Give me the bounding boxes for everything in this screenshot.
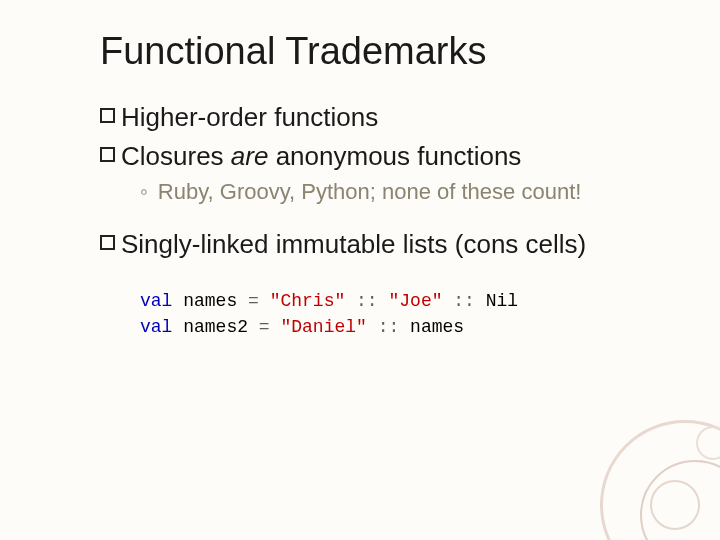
op-cons: :: bbox=[443, 291, 486, 311]
op-eq: = bbox=[248, 317, 280, 337]
op-eq: = bbox=[237, 291, 269, 311]
bullet-2: Closures are anonymous functions bbox=[100, 140, 670, 173]
op-cons: :: bbox=[345, 291, 388, 311]
str-joe: "Joe" bbox=[388, 291, 442, 311]
bullet-3: Singly-linked immutable lists (cons cell… bbox=[100, 228, 670, 261]
ident-names2: names2 bbox=[183, 317, 248, 337]
bullet-2-pre: Closures bbox=[121, 141, 231, 171]
square-bullet-icon bbox=[100, 108, 115, 123]
ring-bullet-icon: ◦ bbox=[140, 178, 148, 206]
ident-nil: Nil bbox=[486, 291, 518, 311]
sub-bullet-1: ◦ Ruby, Groovy, Python; none of these co… bbox=[140, 178, 670, 206]
kw-val: val bbox=[140, 291, 172, 311]
bullet-2-text: Closures are anonymous functions bbox=[121, 140, 521, 173]
str-chris: "Chris" bbox=[270, 291, 346, 311]
slide: Functional Trademarks Higher-order funct… bbox=[0, 0, 720, 370]
code-block: val names = "Chris" :: "Joe" :: Nil val … bbox=[140, 288, 670, 340]
kw-val: val bbox=[140, 317, 172, 337]
bullet-2-post: anonymous functions bbox=[268, 141, 521, 171]
code-line-1: val names = "Chris" :: "Joe" :: Nil bbox=[140, 288, 670, 314]
bullet-2-em: are bbox=[231, 141, 269, 171]
str-daniel: "Daniel" bbox=[280, 317, 366, 337]
bullet-3-text: Singly-linked immutable lists (cons cell… bbox=[121, 228, 586, 261]
sub-bullet-1-text: Ruby, Groovy, Python; none of these coun… bbox=[158, 178, 582, 206]
bullet-1-text: Higher-order functions bbox=[121, 101, 378, 134]
square-bullet-icon bbox=[100, 147, 115, 162]
decorative-circle bbox=[650, 480, 700, 530]
slide-title: Functional Trademarks bbox=[100, 30, 670, 73]
code-line-2: val names2 = "Daniel" :: names bbox=[140, 314, 670, 340]
ident-names: names bbox=[183, 291, 237, 311]
bullet-1: Higher-order functions bbox=[100, 101, 670, 134]
square-bullet-icon bbox=[100, 235, 115, 250]
ident-names: names bbox=[410, 317, 464, 337]
op-cons: :: bbox=[367, 317, 410, 337]
